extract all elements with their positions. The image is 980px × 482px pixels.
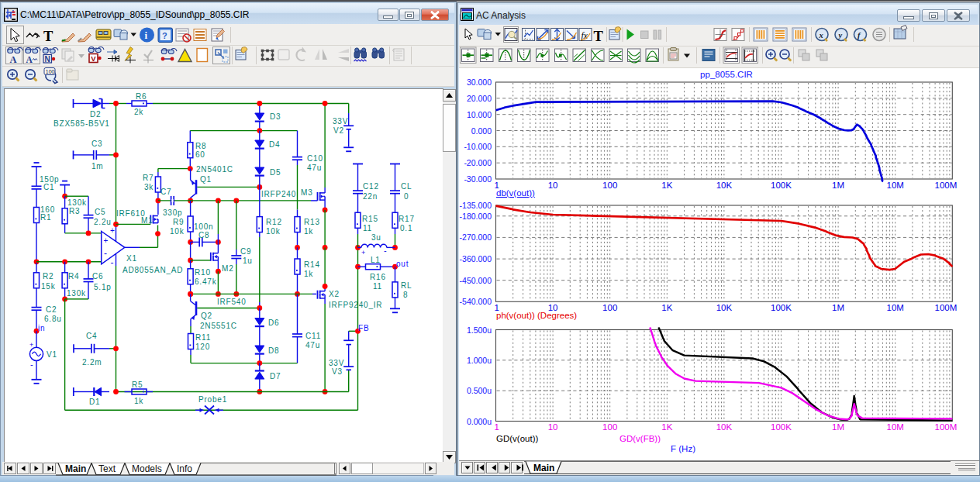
svg-text:R7: R7: [143, 174, 154, 182]
svg-text:22n: 22n: [363, 192, 378, 201]
svg-text:D1: D1: [89, 398, 100, 406]
svg-text:1: 1: [495, 422, 499, 432]
svg-text:100n: 100n: [194, 222, 213, 231]
svg-text:100: 100: [602, 422, 617, 432]
svg-text:IRFP240: IRFP240: [261, 190, 296, 198]
svg-text:X2: X2: [329, 290, 340, 298]
svg-text:C12: C12: [363, 182, 379, 191]
svg-text:Info: Info: [177, 463, 192, 474]
svg-text:2.2u: 2.2u: [94, 218, 112, 226]
svg-text:D2: D2: [90, 110, 101, 119]
svg-text:R14: R14: [304, 260, 320, 269]
svg-text:R8: R8: [195, 142, 206, 150]
svg-text:C8: C8: [198, 231, 209, 239]
svg-text:R2: R2: [43, 272, 53, 281]
svg-text:60: 60: [195, 150, 205, 159]
svg-text:CL: CL: [401, 182, 412, 191]
svg-text:3k: 3k: [144, 183, 154, 191]
svg-text:1M: 1M: [832, 303, 844, 312]
svg-text:100M: 100M: [935, 303, 958, 312]
svg-text:0: 0: [404, 192, 409, 201]
svg-text:?: ?: [162, 31, 167, 40]
svg-text:1K: 1K: [661, 303, 672, 312]
svg-text:20.000: 20.000: [467, 94, 492, 103]
svg-text:R11: R11: [195, 333, 211, 342]
svg-text:10k: 10k: [266, 227, 281, 236]
svg-text:D3: D3: [270, 112, 281, 121]
svg-text:R9: R9: [173, 218, 184, 226]
svg-text:100K: 100K: [771, 181, 792, 190]
svg-text:V: V: [91, 54, 96, 63]
svg-text:0.1: 0.1: [400, 224, 412, 232]
svg-text:10K: 10K: [716, 303, 733, 312]
svg-text:M3: M3: [301, 188, 313, 197]
svg-text:C4: C4: [86, 332, 97, 340]
svg-text:10: 10: [548, 181, 558, 190]
svg-text:C2: C2: [46, 305, 57, 314]
svg-text:C5: C5: [95, 208, 105, 216]
svg-text:D6: D6: [268, 318, 279, 327]
svg-text:V3: V3: [332, 367, 343, 376]
svg-text:R15: R15: [362, 215, 378, 223]
svg-text:11: 11: [363, 224, 372, 232]
svg-text:10: 10: [548, 422, 558, 432]
svg-text:0.000: 0.000: [471, 126, 492, 136]
svg-text:-30.000: -30.000: [464, 174, 492, 184]
svg-text:V1: V1: [47, 350, 57, 359]
svg-text:FB: FB: [358, 324, 369, 332]
svg-text:IRFP9240_IR: IRFP9240_IR: [329, 301, 382, 309]
svg-text:IRF540: IRF540: [217, 298, 247, 306]
svg-text:-360.000: -360.000: [460, 254, 492, 263]
svg-text:2k: 2k: [134, 108, 143, 116]
svg-text:100M: 100M: [935, 422, 958, 432]
svg-text:-20.000: -20.000: [464, 158, 492, 167]
svg-text:6.8u: 6.8u: [44, 315, 62, 323]
svg-text:10M: 10M: [887, 181, 904, 190]
svg-text:Q1: Q1: [200, 175, 212, 184]
svg-text:GD(v(FB)): GD(v(FB)): [619, 434, 661, 443]
svg-text:ph(v(out)) (Degrees): ph(v(out)) (Degrees): [496, 311, 577, 320]
svg-text:D5: D5: [270, 168, 281, 177]
svg-text:C6: C6: [92, 272, 103, 281]
svg-text:Main: Main: [65, 463, 86, 474]
svg-text:C3: C3: [91, 139, 102, 148]
svg-text:R1: R1: [40, 213, 51, 222]
svg-text:F (Hz): F (Hz): [671, 444, 695, 453]
svg-text:1.500u: 1.500u: [467, 325, 492, 335]
svg-text:0.500u: 0.500u: [467, 386, 492, 395]
svg-text:1m: 1m: [91, 162, 104, 170]
svg-text:6.47k: 6.47k: [195, 277, 217, 286]
svg-text:C10: C10: [307, 154, 323, 163]
svg-text:+: +: [29, 341, 33, 349]
svg-text:100: 100: [46, 69, 55, 74]
svg-text:AD8055AN_AD: AD8055AN_AD: [122, 266, 183, 274]
svg-text:-: -: [104, 248, 107, 259]
svg-text:-540.000: -540.000: [460, 297, 492, 306]
svg-text:47u: 47u: [305, 341, 320, 349]
svg-text:-270.000: -270.000: [460, 232, 492, 242]
svg-text:3u: 3u: [371, 233, 381, 242]
svg-text:Q2: Q2: [201, 312, 212, 320]
svg-text:33V: 33V: [329, 359, 344, 367]
svg-text:10M: 10M: [887, 422, 904, 432]
svg-text:-: -: [30, 360, 33, 369]
svg-text:C11: C11: [305, 332, 321, 340]
svg-text:100K: 100K: [771, 422, 792, 432]
svg-text:pp_8055.CIR: pp_8055.CIR: [700, 70, 753, 79]
svg-text:10k: 10k: [170, 227, 185, 236]
svg-text:130k: 130k: [67, 289, 86, 298]
svg-text:1K: 1K: [661, 422, 672, 432]
svg-text:C7: C7: [160, 188, 171, 196]
svg-text:y: y: [837, 31, 843, 40]
svg-text:A: A: [10, 54, 17, 65]
svg-text:D8: D8: [268, 346, 279, 355]
svg-text:A: A: [26, 55, 33, 64]
svg-text:120: 120: [195, 343, 210, 351]
svg-text:2N5551C: 2N5551C: [200, 322, 237, 330]
svg-text:330p: 330p: [163, 208, 182, 217]
svg-text:1.000u: 1.000u: [467, 356, 492, 365]
svg-text:2N5401C: 2N5401C: [196, 165, 233, 174]
svg-text:R17: R17: [399, 215, 415, 223]
svg-text:D7: D7: [270, 372, 281, 380]
svg-text:130k: 130k: [67, 198, 87, 207]
